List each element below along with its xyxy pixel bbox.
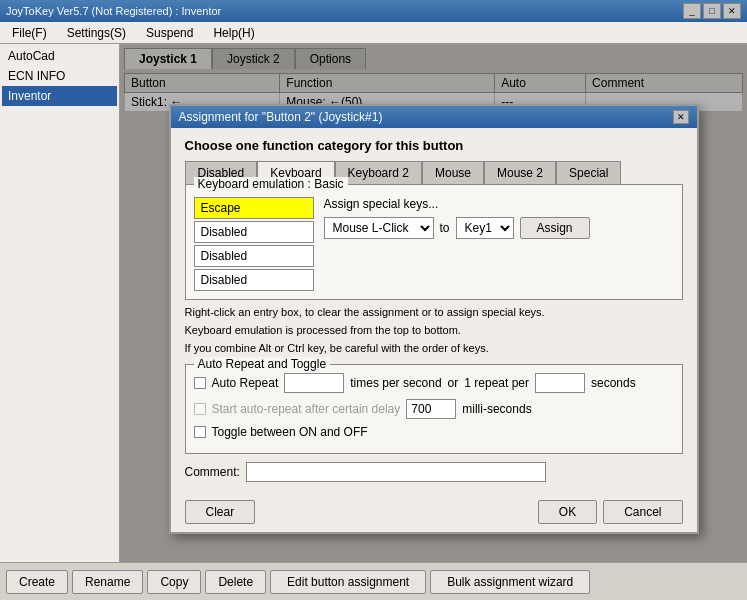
comment-row: Comment:: [185, 462, 683, 482]
menu-settings[interactable]: Settings(S): [59, 24, 134, 42]
key-item-2[interactable]: Disabled: [194, 245, 314, 267]
modal-title-bar: Assignment for "Button 2" (Joystick#1) ✕: [171, 106, 697, 128]
minimize-button[interactable]: _: [683, 3, 701, 19]
milli-label: milli-seconds: [462, 402, 531, 416]
key-item-3[interactable]: Disabled: [194, 269, 314, 291]
menu-help[interactable]: Help(H): [205, 24, 262, 42]
clear-button[interactable]: Clear: [185, 500, 256, 524]
key-list: Escape Disabled Disabled Disabled: [194, 197, 314, 291]
toggle-checkbox[interactable]: [194, 426, 206, 438]
tab-mouse2[interactable]: Mouse 2: [484, 161, 556, 184]
instruction-3: If you combine Alt or Ctrl key, be caref…: [185, 342, 683, 354]
comment-label: Comment:: [185, 465, 240, 479]
assign-to-label: to: [440, 221, 450, 235]
modal-close-button[interactable]: ✕: [673, 110, 689, 124]
assign-to-select[interactable]: Key1 Key2 Key3 Key4: [456, 217, 514, 239]
tab-mouse[interactable]: Mouse: [422, 161, 484, 184]
close-button[interactable]: ✕: [723, 3, 741, 19]
start-delay-label: Start auto-repeat after certain delay: [212, 402, 401, 416]
start-delay-row: Start auto-repeat after certain delay mi…: [194, 399, 674, 419]
tab-special[interactable]: Special: [556, 161, 621, 184]
content-area: Joystick 1 Joystick 2 Options Button Fun…: [120, 44, 747, 562]
tab-keyboard2[interactable]: Keyboard 2: [335, 161, 422, 184]
sidebar-item-inventor[interactable]: Inventor: [2, 86, 117, 106]
seconds-input[interactable]: [535, 373, 585, 393]
rename-button[interactable]: Rename: [72, 570, 143, 594]
delete-button[interactable]: Delete: [205, 570, 266, 594]
assign-label: Assign special keys...: [324, 197, 674, 211]
instruction-2: Keyboard emulation is processed from the…: [185, 324, 683, 336]
app-title: JoyToKey Ver5.7 (Not Registered) : Inven…: [6, 5, 221, 17]
auto-repeat-label: Auto Repeat: [212, 376, 279, 390]
modal-title: Assignment for "Button 2" (Joystick#1): [179, 110, 383, 124]
comment-input[interactable]: [246, 462, 546, 482]
title-bar: JoyToKey Ver5.7 (Not Registered) : Inven…: [0, 0, 747, 22]
auto-repeat-section: Auto Repeat and Toggle Auto Repeat times…: [185, 364, 683, 454]
times-per-second-input[interactable]: [284, 373, 344, 393]
assign-row: Mouse L-Click Mouse R-Click Mouse M-Clic…: [324, 217, 674, 239]
modal-footer: Clear OK Cancel: [171, 492, 697, 532]
menu-bar: File(F) Settings(S) Suspend Help(H): [0, 22, 747, 44]
toggle-label: Toggle between ON and OFF: [212, 425, 368, 439]
title-bar-buttons: _ □ ✕: [683, 3, 741, 19]
bulk-wizard-button[interactable]: Bulk assignment wizard: [430, 570, 590, 594]
main-layout: AutoCad ECN INFO Inventor Joystick 1 Joy…: [0, 44, 747, 562]
maximize-button[interactable]: □: [703, 3, 721, 19]
times-per-second-label: times per second: [350, 376, 441, 390]
keyboard-section-label: Keyboard emulation : Basic: [194, 177, 348, 191]
create-button[interactable]: Create: [6, 570, 68, 594]
copy-button[interactable]: Copy: [147, 570, 201, 594]
ok-button[interactable]: OK: [538, 500, 597, 524]
auto-repeat-row: Auto Repeat times per second or 1 repeat…: [194, 373, 674, 393]
sidebar-item-ecninfo[interactable]: ECN INFO: [2, 66, 117, 86]
modal-overlay: Assignment for "Button 2" (Joystick#1) ✕…: [120, 44, 747, 562]
auto-repeat-legend: Auto Repeat and Toggle: [194, 357, 331, 371]
auto-repeat-checkbox[interactable]: [194, 377, 206, 389]
key-item-0[interactable]: Escape: [194, 197, 314, 219]
bottom-toolbar: Create Rename Copy Delete Edit button as…: [0, 562, 747, 600]
seconds-label: seconds: [591, 376, 636, 390]
start-delay-checkbox[interactable]: [194, 403, 206, 415]
menu-suspend[interactable]: Suspend: [138, 24, 201, 42]
toggle-row: Toggle between ON and OFF: [194, 425, 674, 439]
sidebar-item-autocad[interactable]: AutoCad: [2, 46, 117, 66]
or-label: or: [448, 376, 459, 390]
assign-panel: Assign special keys... Mouse L-Click Mou…: [324, 197, 674, 239]
modal-dialog: Assignment for "Button 2" (Joystick#1) ✕…: [169, 104, 699, 534]
menu-file[interactable]: File(F): [4, 24, 55, 42]
repeat-per-label: 1 repeat per: [464, 376, 529, 390]
instruction-1: Right-click an entry box, to clear the a…: [185, 306, 683, 318]
assign-button[interactable]: Assign: [520, 217, 590, 239]
cancel-button[interactable]: Cancel: [603, 500, 682, 524]
milli-input[interactable]: [406, 399, 456, 419]
keyboard-section: Keyboard emulation : Basic Escape Disabl…: [185, 184, 683, 300]
edit-button-assignment-button[interactable]: Edit button assignment: [270, 570, 426, 594]
modal-body: Choose one function category for this bu…: [171, 128, 697, 492]
assign-from-select[interactable]: Mouse L-Click Mouse R-Click Mouse M-Clic…: [324, 217, 434, 239]
modal-heading: Choose one function category for this bu…: [185, 138, 683, 153]
key-item-1[interactable]: Disabled: [194, 221, 314, 243]
sidebar: AutoCad ECN INFO Inventor: [0, 44, 120, 562]
